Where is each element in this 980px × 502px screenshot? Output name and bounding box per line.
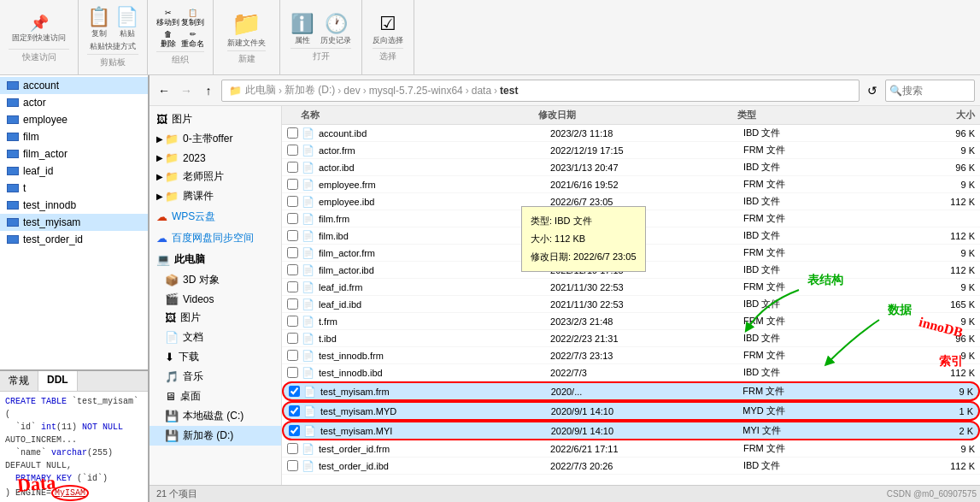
nav-item-wps[interactable]: ☁ WPS云盘 bbox=[150, 206, 281, 227]
file-checkbox[interactable] bbox=[287, 230, 298, 241]
nav-item-desktop[interactable]: 🖥 桌面 bbox=[150, 387, 281, 406]
properties-button[interactable]: ℹ️ 属性 bbox=[290, 13, 314, 46]
nav-bar: ← → ↑ 📁 此电脑 › 新加卷 (D:) › dev › mysql-5.7… bbox=[150, 75, 980, 106]
file-row-t-frm[interactable]: 📄 t.frm 2023/2/3 21:48 FRM 文件 9 K bbox=[282, 313, 980, 330]
nav-item-c-drive[interactable]: 💾 本地磁盘 (C:) bbox=[150, 406, 281, 426]
file-checkbox[interactable] bbox=[287, 367, 298, 378]
file-row-employee-frm[interactable]: 📄 employee.frm 2021/6/16 19:52 FRM 文件 9 … bbox=[282, 176, 980, 193]
file-row-actor-frm[interactable]: 📄 actor.frm 2022/12/19 17:15 FRM 文件 9 K bbox=[282, 142, 980, 159]
forward-button[interactable]: → bbox=[177, 81, 196, 100]
paste-button[interactable]: 📄 粘贴 bbox=[115, 6, 138, 39]
table-item-test-order-id[interactable]: test_order_id bbox=[0, 231, 148, 248]
folder-icon: 📁 bbox=[165, 151, 179, 164]
file-checkbox[interactable] bbox=[287, 145, 298, 156]
address-bar[interactable]: 📁 此电脑 › 新加卷 (D:) › dev › mysql-5.7.25-wi… bbox=[221, 80, 860, 102]
organize-label: 组织 bbox=[156, 51, 204, 66]
file-checkbox[interactable] bbox=[287, 298, 298, 310]
file-row-test-innodb-ibd[interactable]: 📄 test_innodb.ibd 2022/7/3 IBD 文件 112 K bbox=[282, 364, 980, 381]
file-checkbox[interactable] bbox=[287, 127, 298, 139]
clipboard-buttons: 📋 复制 📄 粘贴 bbox=[87, 6, 138, 39]
new-section: 📁 新建文件夹 新建 bbox=[214, 0, 280, 74]
nav-item-baidu[interactable]: ☁ 百度网盘同步空间 bbox=[150, 227, 281, 249]
move-button[interactable]: ✂移动到 bbox=[156, 9, 179, 28]
search-input[interactable] bbox=[902, 85, 971, 97]
table-item-leaf-id[interactable]: leaf_id bbox=[0, 162, 148, 180]
file-checkbox[interactable] bbox=[287, 247, 298, 258]
file-row-leaf-id-frm[interactable]: 📄 leaf_id.frm 2021/11/30 22:53 FRM 文件 9 … bbox=[282, 279, 980, 296]
nav-item-pics[interactable]: 🖼 图片 bbox=[150, 308, 281, 328]
table-item-account[interactable]: account bbox=[0, 77, 148, 94]
downloads-icon: ⬇ bbox=[165, 351, 174, 363]
refresh-button[interactable]: ↺ bbox=[863, 81, 882, 100]
file-checkbox[interactable] bbox=[287, 316, 298, 327]
nav-item-2023[interactable]: ▶ 📁 2023 bbox=[150, 149, 281, 167]
nav-item-offer[interactable]: ▶ 📁 0-主带offer bbox=[150, 129, 281, 149]
file-row-actor-ibd[interactable]: 📄 actor.ibd 2023/1/13 20:47 IBD 文件 96 K bbox=[282, 159, 980, 176]
file-checkbox[interactable] bbox=[287, 179, 298, 190]
folder-icon: 📁 bbox=[165, 170, 179, 183]
file-row-t-ibd[interactable]: 📄 t.ibd 2022/2/23 21:31 IBD 文件 96 K bbox=[282, 330, 980, 347]
rename-button[interactable]: ✏重命名 bbox=[181, 30, 204, 50]
file-row-leaf-id-ibd[interactable]: 📄 leaf_id.ibd 2021/11/30 22:53 IBD 文件 16… bbox=[282, 296, 980, 313]
table-item-film-actor[interactable]: film_actor bbox=[0, 145, 148, 162]
tab-regular[interactable]: 常规 bbox=[0, 371, 38, 391]
copy-to-button[interactable]: 📋复制到 bbox=[181, 9, 204, 28]
delete-button[interactable]: 🗑删除 bbox=[156, 30, 179, 50]
file-row-test-order-id-frm[interactable]: 📄 test_order_id.frm 2022/6/21 17:11 FRM … bbox=[282, 440, 980, 458]
nav-item-music[interactable]: 🎵 音乐 bbox=[150, 367, 281, 387]
table-item-employee[interactable]: employee bbox=[0, 111, 148, 128]
file-checkbox[interactable] bbox=[287, 443, 298, 454]
images-icon: 🖼 bbox=[156, 113, 167, 126]
file-row-test-innodb-frm[interactable]: 📄 test_innodb.frm 2022/7/3 23:13 FRM 文件 … bbox=[282, 347, 980, 364]
nav-item-tencent[interactable]: ▶ 📁 腾课件 bbox=[150, 186, 281, 206]
nav-item-docs[interactable]: 📄 文档 bbox=[150, 328, 281, 347]
up-button[interactable]: ↑ bbox=[199, 81, 218, 100]
pin-button[interactable]: 📌 固定到快速访问 bbox=[9, 12, 69, 45]
file-checkbox[interactable] bbox=[287, 264, 298, 275]
file-row-test-myisam-myi[interactable]: 📄 test_myisam.MYI 2020/9/1 14:10 MYI 文件 … bbox=[282, 421, 980, 440]
nav-item-thispc[interactable]: 💻 此电脑 bbox=[150, 249, 281, 270]
nav-item-images[interactable]: 🖼 图片 bbox=[150, 109, 281, 129]
table-item-actor[interactable]: actor bbox=[0, 94, 148, 111]
organize-section: ✂移动到 📋复制到 🗑删除 ✏重命名 组织 bbox=[148, 0, 214, 74]
table-item-test-myisam[interactable]: test_myisam bbox=[0, 214, 148, 231]
back-button[interactable]: ← bbox=[155, 81, 173, 100]
file-icon: 📄 bbox=[302, 162, 314, 174]
baidu-icon: ☁ bbox=[156, 232, 167, 245]
nav-item-teacher[interactable]: ▶ 📁 老师照片 bbox=[150, 167, 281, 186]
file-icon: 📄 bbox=[302, 298, 314, 310]
select-all-button[interactable]: ☑ 反向选择 bbox=[373, 13, 403, 46]
select-section: ☑ 反向选择 选择 bbox=[362, 0, 414, 74]
file-checkbox[interactable] bbox=[287, 350, 298, 361]
nav-item-downloads[interactable]: ⬇ 下载 bbox=[150, 347, 281, 367]
table-item-t[interactable]: t bbox=[0, 180, 148, 197]
file-row-test-order-id-ibd[interactable]: 📄 test_order_id.ibd 2022/7/3 20:26 IBD 文… bbox=[282, 458, 980, 475]
nav-item-3d[interactable]: 📦 3D 对象 bbox=[150, 270, 281, 290]
file-checkbox[interactable] bbox=[287, 281, 298, 292]
file-checkbox[interactable] bbox=[287, 333, 298, 344]
nav-item-d-drive[interactable]: 💾 新加卷 (D:) bbox=[150, 426, 281, 446]
file-checkbox[interactable] bbox=[289, 425, 300, 436]
paste-shortcut-btn[interactable]: 粘贴快捷方式 bbox=[90, 41, 136, 52]
file-icon: 📄 bbox=[302, 179, 314, 191]
file-row-film-frm[interactable]: 📄 film.frm 2019/7/15 FRM 文件 类型: IBD 文件 大… bbox=[282, 210, 980, 227]
file-checkbox[interactable] bbox=[287, 162, 298, 173]
file-icon: 📄 bbox=[302, 443, 314, 455]
quick-access-section: 📌 固定到快速访问 快速访问 bbox=[0, 0, 79, 74]
file-checkbox[interactable] bbox=[287, 460, 298, 471]
file-checkbox[interactable] bbox=[287, 196, 298, 207]
file-row-account-ibd[interactable]: 📄 account.ibd 2023/2/3 11:18 IBD 文件 96 K bbox=[282, 125, 980, 142]
table-item-film[interactable]: film bbox=[0, 128, 148, 145]
copy-button[interactable]: 📋 复制 bbox=[87, 6, 110, 39]
tab-ddl[interactable]: DDL bbox=[38, 371, 78, 391]
history-button[interactable]: 🕐 历史记录 bbox=[320, 13, 351, 46]
ddl-panel: 常规 DDL CREATE TABLE `test_myisam` ( `id`… bbox=[0, 369, 148, 502]
new-folder-button[interactable]: 📁 新建文件夹 bbox=[227, 9, 266, 49]
file-row-test-myisam-frm[interactable]: 📄 test_myisam.frm 2020/... FRM 文件 9 K bbox=[282, 381, 980, 401]
file-row-test-myisam-myd[interactable]: 📄 test_myisam.MYD 2020/9/1 14:10 MYD 文件 … bbox=[282, 401, 980, 421]
table-item-test-innodb[interactable]: test_innodb bbox=[0, 197, 148, 214]
file-checkbox[interactable] bbox=[287, 213, 298, 224]
file-checkbox[interactable] bbox=[289, 405, 300, 416]
file-checkbox[interactable] bbox=[289, 386, 300, 397]
nav-item-videos[interactable]: 🎬 Videos bbox=[150, 290, 281, 308]
